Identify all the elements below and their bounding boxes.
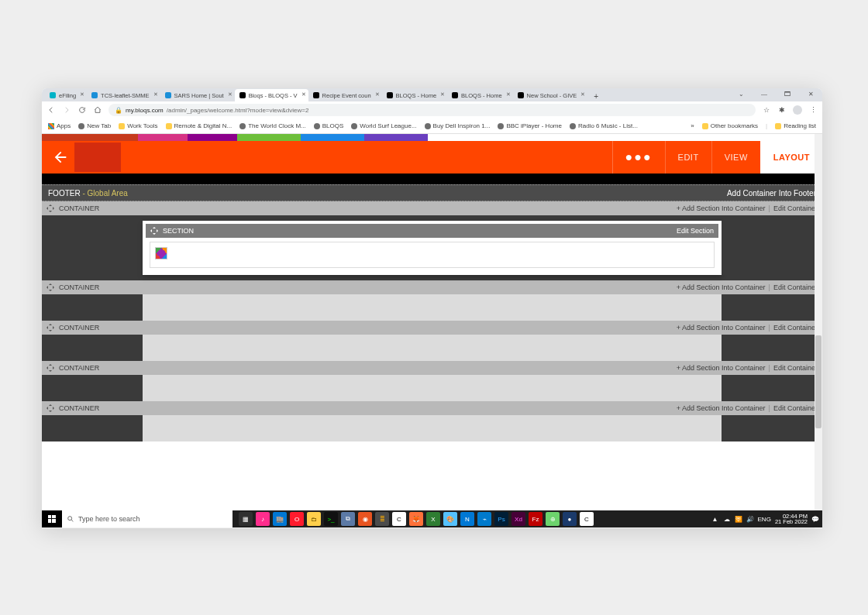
taskbar-app-icon[interactable]: ♪ (256, 512, 270, 526)
bookmark-item[interactable]: Reading list (775, 122, 816, 129)
taskbar-app-icon[interactable]: Xd (512, 512, 525, 526)
taskbar-app-icon[interactable]: O (290, 512, 304, 526)
tab-close-icon[interactable]: ✕ (301, 91, 306, 98)
taskbar-app-icon[interactable]: C (392, 512, 406, 526)
move-handle-icon[interactable] (46, 204, 54, 212)
move-handle-icon[interactable] (46, 364, 54, 372)
bookmark-item[interactable]: Work Tools (119, 122, 157, 129)
taskbar-app-icon[interactable]: >_ (324, 512, 338, 526)
bookmark-item[interactable]: World Surf League... (351, 122, 416, 129)
bookmark-item[interactable]: Apps (48, 122, 71, 129)
add-section-into-container[interactable]: + Add Section Into Container (677, 204, 766, 212)
move-handle-icon[interactable] (46, 324, 54, 332)
tab-close-icon[interactable]: ✕ (153, 91, 158, 98)
tray-icon[interactable]: 🛜 (735, 515, 742, 523)
taskbar-app-icon[interactable]: ◉ (358, 512, 372, 526)
edit-container[interactable]: Edit Container (773, 283, 818, 291)
window-minimize[interactable]: — (753, 88, 776, 99)
add-container-into-footer[interactable]: Add Container Into Footer (727, 189, 816, 198)
taskbar-app-icon[interactable]: C (580, 512, 594, 526)
star-icon[interactable]: ☆ (762, 105, 771, 115)
taskbar-app-icon[interactable]: ≣ (375, 512, 389, 526)
taskbar-app-icon[interactable]: 🏬 (273, 512, 287, 526)
bookmark-item[interactable]: The World Clock M... (239, 122, 306, 129)
window-close[interactable]: ✕ (799, 88, 822, 99)
browser-tab[interactable]: New School - GIVE✕ (513, 89, 588, 101)
block-thumbnail-icon[interactable] (155, 247, 167, 259)
tray-notifications-icon[interactable]: 💬 (811, 516, 819, 523)
url-field[interactable]: 🔒 my.bloqs.com/admin/_pages/welcome.html… (108, 104, 756, 116)
tab-close-icon[interactable]: ✕ (80, 91, 84, 98)
profile-avatar[interactable] (793, 105, 802, 115)
window-chevron-down-icon[interactable]: ⌄ (729, 88, 753, 99)
add-section-into-container[interactable]: + Add Section Into Container (677, 404, 766, 412)
nav-back-icon[interactable] (46, 105, 56, 115)
browser-tab[interactable]: eFiling✕ (45, 89, 87, 101)
taskbar-app-icon[interactable]: ⌁ (477, 512, 491, 526)
tray-icon[interactable]: ▲ (711, 515, 719, 523)
taskbar-app-icon[interactable]: X (426, 512, 440, 526)
edit-container[interactable]: Edit Container (773, 204, 818, 212)
edit-container[interactable]: Edit Container (773, 364, 818, 372)
tray-icon[interactable]: 🔊 (746, 515, 754, 523)
mode-view[interactable]: VIEW (711, 141, 760, 174)
bookmark-item[interactable]: BBC iPlayer - Home (498, 122, 562, 129)
tab-close-icon[interactable]: ✕ (375, 91, 380, 98)
browser-tab[interactable]: TCS-leaflet-SMME✕ (87, 89, 160, 101)
bookmarks-overflow-icon[interactable]: » (691, 122, 694, 129)
browser-tab[interactable]: Recipe Event coun✕ (308, 89, 382, 101)
edit-section[interactable]: Edit Section (677, 227, 714, 235)
browser-tab[interactable]: BLOQS - Home✕ (382, 89, 448, 101)
start-button[interactable] (42, 510, 62, 527)
new-tab-button[interactable]: + (591, 91, 601, 101)
vertical-scrollbar[interactable] (815, 134, 822, 519)
section-body[interactable] (150, 242, 715, 268)
taskbar-app-icon[interactable]: 🗀 (307, 512, 321, 526)
nav-home-icon[interactable] (93, 105, 102, 115)
mode-layout[interactable]: LAYOUT (760, 141, 822, 174)
tab-close-icon[interactable]: ✕ (228, 91, 232, 98)
browser-tab[interactable]: SARS Home | Sout✕ (160, 89, 235, 101)
container-dropzone[interactable] (143, 415, 722, 441)
tray-lang[interactable]: ENG (758, 516, 771, 523)
tab-close-icon[interactable]: ✕ (506, 91, 511, 98)
edit-container[interactable]: Edit Container (773, 324, 818, 332)
bookmark-item[interactable]: BLOQS (314, 122, 344, 129)
kebab-menu-icon[interactable]: ⋮ (808, 105, 818, 115)
taskbar-app-icon[interactable]: ● (563, 512, 577, 526)
bookmark-item[interactable]: New Tab (78, 122, 111, 129)
edit-container[interactable]: Edit Container (773, 404, 818, 412)
taskbar-app-icon[interactable]: ▦ (239, 512, 253, 526)
taskbar-app-icon[interactable]: Ps (494, 512, 508, 526)
add-section-into-container[interactable]: + Add Section Into Container (677, 364, 766, 372)
taskbar-app-icon[interactable]: 🦊 (409, 512, 423, 526)
move-handle-icon[interactable] (150, 227, 158, 235)
taskbar-search[interactable]: Type here to search (62, 510, 232, 527)
mode-edit[interactable]: EDIT (665, 141, 711, 174)
bookmark-item[interactable]: Buy Dell Inspiron 1... (425, 122, 491, 129)
add-section-into-container[interactable]: + Add Section Into Container (677, 324, 766, 332)
tab-close-icon[interactable]: ✕ (580, 91, 585, 98)
browser-tab[interactable]: Bloqs - BLOQS - V✕ (235, 89, 308, 101)
taskbar-app-icon[interactable]: 🎨 (443, 512, 457, 526)
bookmark-item[interactable]: Other bookmarks (702, 122, 758, 129)
container-dropzone[interactable] (143, 375, 722, 401)
bookmark-item[interactable]: Remote & Digital N... (166, 122, 232, 129)
bookmark-item[interactable]: Radio 6 Music - List... (570, 122, 638, 129)
nav-forward-icon[interactable] (62, 105, 71, 115)
taskbar-app-icon[interactable]: ⧉ (341, 512, 355, 526)
add-section-into-container[interactable]: + Add Section Into Container (677, 283, 766, 291)
mode-menu-dots-icon[interactable]: ●●● (612, 141, 665, 174)
container-dropzone[interactable] (143, 335, 722, 361)
extensions-icon[interactable]: ✱ (777, 105, 787, 115)
move-handle-icon[interactable] (46, 283, 54, 291)
nav-reload-icon[interactable] (78, 105, 87, 115)
taskbar-app-icon[interactable]: ⊕ (546, 512, 560, 526)
taskbar-app-icon[interactable]: N (460, 512, 474, 526)
browser-tab[interactable]: BLOQS - Home✕ (447, 89, 513, 101)
tray-icon[interactable]: ☁ (723, 515, 731, 523)
move-handle-icon[interactable] (46, 404, 54, 412)
container-dropzone[interactable] (143, 294, 722, 321)
window-maximize[interactable]: 🗖 (776, 88, 799, 99)
back-arrow-icon[interactable] (45, 143, 74, 172)
